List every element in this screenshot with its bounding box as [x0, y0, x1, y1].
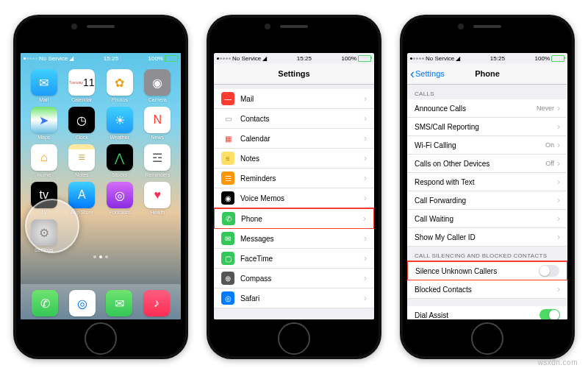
app-label: News — [151, 135, 164, 140]
phone-frame-2: No Service ◢ 15:25 100% Settings —Mail›▭… — [207, 15, 381, 359]
back-button[interactable]: Settings — [410, 69, 445, 78]
settings-row-contacts[interactable]: ▭Contacts› — [214, 109, 374, 129]
settings-row-voice-memos[interactable]: ◉Voice Memos› — [214, 188, 374, 208]
row-label: Reminders — [240, 174, 361, 183]
chevron-icon: › — [364, 93, 367, 104]
row-label: Compass — [240, 275, 361, 283]
settings-row-messages[interactable]: ✉Messages› — [214, 229, 374, 249]
app-clock[interactable]: ◷Clock — [65, 107, 100, 140]
settings-row-facetime[interactable]: ▢FaceTime› — [214, 249, 374, 269]
navbar-title: Settings — [278, 69, 309, 78]
dock-safari[interactable]: ◎ — [69, 290, 96, 316]
chevron-icon: › — [557, 140, 560, 150]
row-silence-unknown-callers[interactable]: Silence Unknown Callers — [407, 261, 567, 281]
app-maps[interactable]: ➤Maps — [26, 107, 62, 140]
row-wi-fi-calling[interactable]: Wi-Fi CallingOn› — [407, 136, 567, 155]
row-label: Mail — [240, 95, 361, 103]
navbar: Settings Phone — [407, 63, 567, 85]
dock-messages[interactable]: ✉ — [106, 290, 132, 316]
app-news[interactable]: NNews — [140, 107, 176, 140]
chevron-icon: › — [364, 173, 367, 183]
app-calendar[interactable]: Tuesday11Calendar — [65, 69, 100, 102]
chevron-icon: › — [364, 253, 367, 263]
row-value: On — [545, 141, 554, 149]
app-photos[interactable]: ✿Photos — [102, 69, 137, 102]
app-icon: ◎ — [107, 182, 133, 208]
settings-row-mail[interactable]: —Mail› — [214, 89, 374, 109]
settings-row-notes[interactable]: ≡Notes› — [214, 149, 374, 169]
front-camera — [458, 24, 464, 29]
row-label: Calendar — [240, 135, 361, 143]
wifi-icon: ◢ — [456, 55, 460, 62]
row-call-forwarding[interactable]: Call Forwarding› — [407, 191, 567, 210]
status-bar: No Service ◢ 15:25 100% — [21, 53, 181, 63]
row-icon: ▭ — [221, 112, 234, 125]
settings-screen: No Service ◢ 15:25 100% Settings —Mail›▭… — [214, 53, 374, 319]
chevron-icon: › — [363, 213, 366, 224]
home-button[interactable] — [278, 322, 310, 355]
phone-settings-list[interactable]: CALLSAnnounce CallsNever›SMS/Call Report… — [407, 85, 567, 319]
app-label: Clock — [75, 135, 88, 140]
row-icon: ☲ — [221, 171, 234, 185]
row-blocked-contacts[interactable]: Blocked Contacts› — [407, 280, 567, 299]
watermark: wsxdn.com — [537, 358, 578, 367]
app-reminders[interactable]: ☲Reminders — [140, 144, 176, 177]
app-weather[interactable]: ☀Weather — [102, 107, 137, 140]
settings-row-reminders[interactable]: ☲Reminders› — [214, 169, 374, 188]
settings-list[interactable]: —Mail›▭Contacts›▦Calendar›≡Notes›☲Remind… — [214, 85, 374, 319]
row-icon: ✉ — [221, 232, 234, 245]
toggle[interactable] — [539, 265, 559, 277]
front-camera — [265, 24, 270, 29]
row-calls-on-other-devices[interactable]: Calls on Other DevicesOff› — [407, 155, 567, 173]
row-label: Respond with Text — [415, 178, 554, 186]
row-label: Calls on Other Devices — [415, 160, 545, 168]
row-icon: ◉ — [221, 191, 234, 205]
chevron-icon: › — [364, 293, 367, 303]
row-label: Safari — [240, 294, 361, 302]
home-button[interactable] — [471, 322, 503, 355]
row-respond-with-text[interactable]: Respond with Text› — [407, 173, 567, 191]
app-icon: ≡ — [68, 144, 95, 171]
row-label: Call Forwarding — [415, 197, 554, 205]
settings-row-calendar[interactable]: ▦Calendar› — [214, 129, 374, 149]
settings-row-phone[interactable]: ✆Phone› — [214, 208, 374, 230]
chevron-icon: › — [364, 133, 367, 144]
settings-highlight-circle — [25, 199, 79, 253]
row-icon: ▦ — [221, 132, 234, 145]
dock-music[interactable]: ♪ — [143, 290, 170, 316]
dock-phone[interactable]: ✆ — [32, 290, 58, 316]
app-label: Health — [150, 210, 165, 215]
row-dial-assist[interactable]: Dial Assist — [407, 306, 567, 319]
toggle[interactable] — [539, 309, 560, 319]
chevron-icon: › — [557, 121, 560, 132]
app-icon: ☀ — [107, 107, 133, 133]
row-label: Contacts — [240, 115, 361, 123]
chevron-icon: › — [557, 195, 560, 205]
app-mail[interactable]: ✉Mail — [26, 69, 62, 102]
chevron-icon: › — [364, 193, 367, 203]
app-podcasts[interactable]: ◎Podcasts — [102, 182, 137, 215]
row-sms-call-reporting[interactable]: SMS/Call Reporting› — [407, 118, 567, 136]
chevron-icon: › — [364, 273, 367, 283]
settings-row-safari[interactable]: ◎Safari› — [214, 289, 374, 308]
row-label: Dial Assist — [415, 311, 539, 319]
row-announce-calls[interactable]: Announce CallsNever› — [407, 99, 567, 118]
app-label: Reminders — [145, 172, 170, 177]
home-button[interactable] — [85, 322, 117, 355]
app-home[interactable]: ⌂Home — [26, 144, 62, 177]
battery-icon — [165, 55, 178, 62]
app-label: Home — [37, 172, 51, 177]
app-label: Mail — [39, 97, 49, 102]
row-icon: — — [221, 92, 234, 105]
battery-pct: 100% — [148, 55, 163, 62]
settings-row-compass[interactable]: ⊕Compass› — [214, 269, 374, 289]
app-camera[interactable]: ◉Camera — [140, 69, 176, 102]
row-label: Call Waiting — [415, 215, 554, 223]
app-stocks[interactable]: ⋀Stocks — [102, 144, 137, 177]
row-call-waiting[interactable]: Call Waiting› — [407, 210, 567, 228]
app-notes[interactable]: ≡Notes — [65, 144, 100, 177]
app-health[interactable]: ♥Health — [140, 182, 176, 215]
app-icon: ⌂ — [31, 144, 57, 171]
row-show-my-caller-id[interactable]: Show My Caller ID› — [407, 228, 567, 247]
app-label: Photos — [112, 97, 128, 102]
